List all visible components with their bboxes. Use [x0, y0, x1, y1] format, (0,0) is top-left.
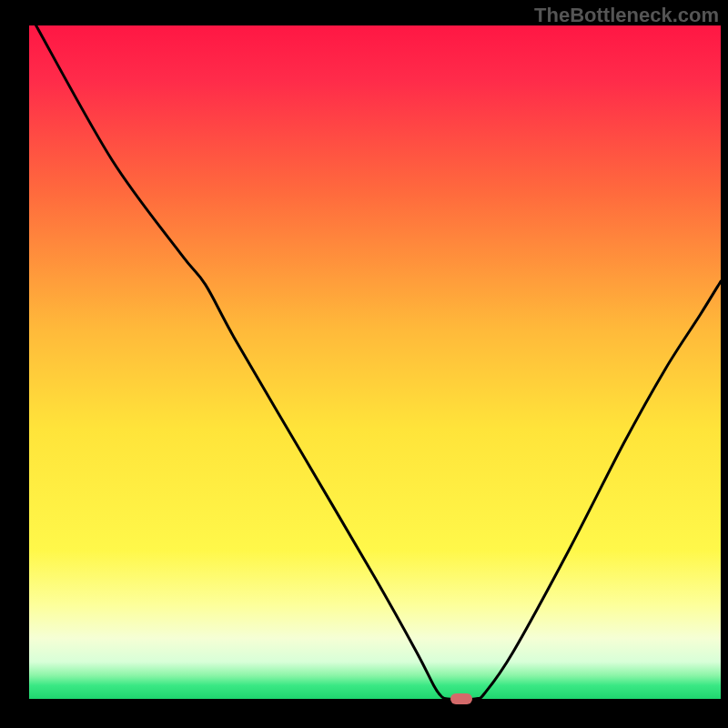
- chart-container: [0, 0, 728, 728]
- bottleneck-chart: [0, 0, 728, 728]
- plot-background: [29, 25, 721, 699]
- optimal-marker: [450, 693, 472, 704]
- watermark-text: TheBottleneck.com: [534, 4, 719, 27]
